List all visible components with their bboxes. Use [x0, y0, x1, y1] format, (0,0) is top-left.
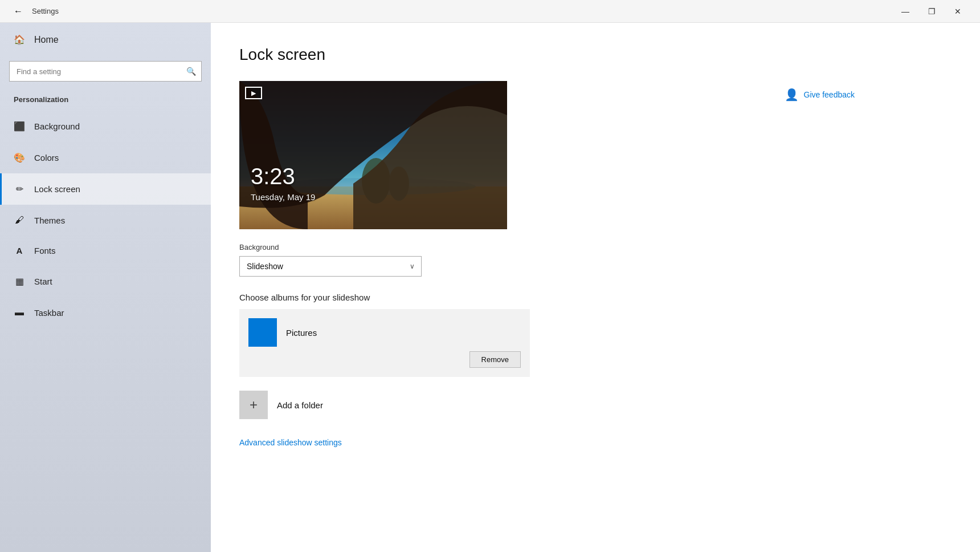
sidebar-item-taskbar[interactable]: ▬ Taskbar — [0, 297, 211, 328]
album-name: Pictures — [286, 328, 317, 338]
choose-albums-label: Choose albums for your slideshow — [239, 293, 946, 302]
restore-button[interactable]: ❐ — [918, 0, 945, 23]
home-label: Home — [34, 35, 59, 45]
sidebar-item-home[interactable]: 🏠 Home — [0, 23, 211, 56]
back-button[interactable]: ← — [9, 2, 27, 21]
background-dropdown[interactable]: Slideshow Windows spotlight Picture — [239, 256, 422, 277]
minimize-icon: — — [901, 7, 909, 16]
sidebar-item-lock-screen-label: Lock screen — [34, 184, 80, 194]
search-input[interactable] — [9, 61, 202, 82]
personalization-label: Personalization — [0, 91, 211, 111]
plus-icon: + — [250, 397, 258, 413]
give-feedback-area[interactable]: 👤 Give feedback — [785, 88, 855, 102]
colors-icon: 🎨 — [14, 152, 25, 163]
sidebar-item-background[interactable]: ⬛ Background — [0, 111, 211, 142]
fonts-icon: A — [14, 246, 25, 255]
close-icon: ✕ — [954, 7, 961, 16]
home-icon: 🏠 — [14, 34, 25, 45]
preview-date: Tuesday, May 19 — [251, 192, 315, 202]
start-icon: ▦ — [14, 276, 25, 287]
lock-screen-icon: ✏ — [14, 184, 25, 194]
preview-time: 3:23 — [251, 164, 295, 189]
restore-icon: ❐ — [928, 7, 936, 16]
remove-button[interactable]: Remove — [469, 351, 521, 368]
search-icon: 🔍 — [186, 67, 196, 76]
background-icon: ⬛ — [14, 121, 25, 132]
sidebar-item-colors[interactable]: 🎨 Colors — [0, 142, 211, 173]
close-button[interactable]: ✕ — [945, 0, 971, 23]
window-controls: — ❐ ✕ — [892, 0, 971, 23]
feedback-icon: 👤 — [785, 88, 798, 102]
sidebar-item-fonts-label: Fonts — [34, 246, 56, 255]
search-box: 🔍 — [9, 61, 202, 82]
back-icon: ← — [14, 6, 23, 17]
add-folder-icon: + — [239, 391, 268, 419]
sidebar-item-start[interactable]: ▦ Start — [0, 266, 211, 297]
taskbar-icon: ▬ — [14, 307, 25, 318]
titlebar-title: Settings — [32, 7, 59, 15]
background-section-label: Background — [239, 243, 946, 251]
minimize-button[interactable]: — — [892, 0, 918, 23]
sidebar-item-lock-screen[interactable]: ✏ Lock screen — [0, 173, 211, 205]
sidebar-item-themes[interactable]: 🖌 Themes — [0, 205, 211, 236]
sidebar-item-start-label: Start — [34, 277, 52, 286]
sidebar-item-themes-label: Themes — [34, 216, 65, 225]
sidebar-item-colors-label: Colors — [34, 153, 59, 163]
page-title: Lock screen — [239, 46, 946, 64]
add-folder-row[interactable]: + Add a folder — [239, 386, 946, 424]
lockscreen-preview: ▶ 3:23 Tuesday, May 19 — [239, 81, 507, 229]
sidebar-item-fonts[interactable]: A Fonts — [0, 236, 211, 266]
sidebar-item-taskbar-label: Taskbar — [34, 308, 64, 318]
preview-play-icon: ▶ — [245, 87, 262, 99]
album-thumbnail — [248, 318, 277, 347]
add-folder-label: Add a folder — [277, 400, 323, 410]
album-item: Pictures — [248, 318, 521, 347]
main-content: 👤 Give feedback Lock screen — [211, 23, 980, 552]
album-container: Pictures Remove — [239, 309, 530, 377]
sidebar-item-background-label: Background — [34, 121, 80, 131]
give-feedback-label: Give feedback — [804, 90, 855, 99]
sidebar: 🏠 Home 🔍 Personalization ⬛ Background 🎨 … — [0, 23, 211, 552]
background-dropdown-wrapper: Slideshow Windows spotlight Picture ∨ — [239, 256, 422, 277]
advanced-slideshow-link[interactable]: Advanced slideshow settings — [239, 438, 342, 447]
app-container: 🏠 Home 🔍 Personalization ⬛ Background 🎨 … — [0, 23, 980, 552]
preview-background: ▶ 3:23 Tuesday, May 19 — [239, 81, 507, 229]
themes-icon: 🖌 — [14, 215, 25, 225]
cave-arch-svg — [239, 81, 507, 229]
titlebar: ← Settings — ❐ ✕ — [0, 0, 980, 23]
